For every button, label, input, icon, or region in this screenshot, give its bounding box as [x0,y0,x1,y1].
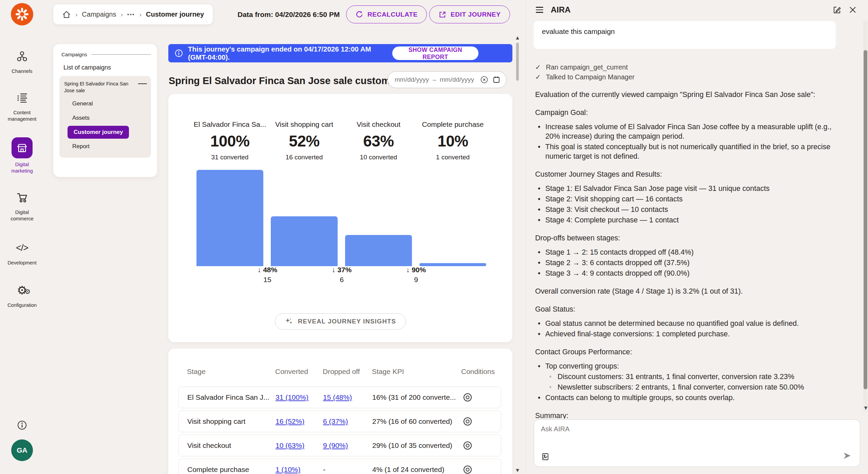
down-arrow-icon: ↓ [332,266,336,274]
eye-icon[interactable] [464,466,472,474]
bullet: Stage 2: Visit shopping cart — 16 contac… [535,194,841,204]
table-row[interactable]: El Salvador Finca San J... 31 (100%) 15 … [178,387,501,408]
kpi-cell: 4% (1 of 24 converted) [372,466,461,474]
image-attach-icon[interactable] [541,452,550,461]
step-row: ✓ Talked to Campaign Manager [535,72,635,82]
funnel-bar-stage-3[interactable] [345,235,412,266]
dropoff-label-1: ↓ 48% 15 [237,266,298,284]
close-icon[interactable] [848,5,857,14]
scroll-down-icon[interactable]: ▼ [514,468,521,473]
sidebar-item-digital-marketing[interactable]: Digital marketing [0,137,44,174]
kpi-cell: 29% (10 of 35 converted) [372,441,461,450]
campaign-dash-icon [138,83,147,84]
table-row[interactable]: Complete purchase 1 (10%) - 4% (1 of 24 … [178,459,501,474]
stages-heading: Customer Journey Stages and Results: [535,170,841,179]
chevron-right-icon: › [75,11,77,18]
bullet: Stage 2 → 3: 6 contacts dropped off (37.… [535,258,841,268]
scrollbar-thumb[interactable] [516,43,519,81]
campaigns-panel: Campaigns List of campaigns Spring El Sa… [53,44,157,177]
ask-aira-input[interactable] [541,425,853,433]
aira-scrollbar-thumb[interactable] [864,50,867,389]
funnel-bar-stage-2[interactable] [271,216,338,266]
compose-icon[interactable] [832,5,842,15]
main-scrollbar[interactable]: ▲ ▼ [514,35,521,473]
evaluation-intro: Evaluation of the currently viewed campa… [535,90,841,99]
list-of-campaigns-label[interactable]: List of campaigns [63,64,151,71]
stage-cell: Visit checkout [187,441,276,450]
breadcrumb-ellipsis[interactable]: ••• [127,12,135,18]
campaign-card: Spring El Salvador Finca San Jose sale G… [59,76,151,158]
funnel-bar-stage-1[interactable] [196,170,263,266]
bullet: Stage 3: Visit checkout — 10 contacts [535,205,841,214]
campaign-name-row[interactable]: Spring El Salvador Finca San Jose sale [64,81,147,94]
table-row[interactable]: Visit checkout 10 (63%) 9 (90%) 29% (10 … [178,435,501,456]
aira-response: Evaluation of the currently viewed campa… [535,81,841,419]
home-icon[interactable] [62,10,71,19]
down-arrow-icon: ↓ [406,266,410,274]
stage-cell: El Salvador Finca San J... [187,393,276,401]
sparkles-icon [285,317,294,326]
kpi-cell: 16% (31 of 200 converte... [372,393,461,401]
recalculate-button[interactable]: RECALCULATE [346,5,427,23]
funnel-chart-card: El Salvador Finca Sa... 100% 31 converte… [168,94,512,342]
funnel-stats-row: El Salvador Finca Sa... 100% 31 converte… [193,120,490,161]
eye-icon[interactable] [464,417,472,426]
dropped-link[interactable]: 15 (48%) [323,393,352,401]
table-row[interactable]: Visit shopping cart 16 (52%) 6 (37%) 27%… [178,411,501,432]
date-range-input[interactable] [395,76,476,83]
app-logo[interactable] [11,3,33,25]
sidebar-item-digital-commerce[interactable]: Digital commerce [0,189,44,222]
breadcrumb-campaigns[interactable]: Campaigns [82,11,116,18]
col-converted: Converted [275,368,323,376]
code-icon: </> [13,239,31,257]
edit-journey-button[interactable]: EDIT JOURNEY [429,5,510,23]
reveal-journey-insights-button[interactable]: REVEAL JOURNEY INSIGHTS [275,313,406,330]
dropped-link[interactable]: 9 (90%) [323,441,348,450]
bullet: Goal status cannot be determined because… [535,319,841,328]
dropped-link[interactable]: 6 (37%) [323,417,348,426]
converted-link[interactable]: 1 (10%) [276,466,301,474]
info-icon[interactable] [17,420,27,431]
campaign-tab-report[interactable]: Report [68,140,94,153]
converted-link[interactable]: 16 (52%) [276,417,304,426]
sub-bullet: Newsletter subscribers: 2 entrants, 1 fi… [535,382,841,392]
eye-icon[interactable] [464,441,472,450]
eye-icon[interactable] [464,393,472,401]
sidebar-item-configuration[interactable]: ⚙⚙ Configuration [0,281,44,309]
col-conditions: Conditions [461,368,512,376]
campaign-tab-assets[interactable]: Assets [68,112,94,124]
aira-input-box[interactable] [534,419,860,467]
campaign-tab-general[interactable]: General [68,97,97,110]
sidebar-item-development[interactable]: </> Development [0,239,44,266]
table-header-row: Stage Converted Dropped off Stage KPI Co… [168,368,512,376]
sidebar-item-label: Digital marketing [4,161,40,174]
chevron-right-icon: › [139,11,141,18]
hamburger-icon[interactable] [536,7,543,13]
user-avatar[interactable]: GA [11,439,33,461]
bullet: This goal is stated conceptually but is … [535,142,841,161]
clear-circle-icon[interactable] [480,75,489,84]
bullet: Stage 3 → 4: 9 contacts dropped off (90.… [535,269,841,278]
funnel-stat: Complete purchase 10% 1 converted [416,120,490,161]
send-icon[interactable] [842,451,852,460]
col-dropped-off: Dropped off [323,368,372,376]
sidebar-item-channels[interactable]: Channels [0,47,44,75]
campaign-ended-banner: This journey's campaign ended on 04/17/2… [168,44,512,62]
converted-link[interactable]: 31 (100%) [276,393,308,401]
date-range-picker[interactable] [388,71,507,88]
show-campaign-report-button[interactable]: SHOW CAMPAIGN REPORT [392,46,478,60]
sidebar-item-content-management[interactable]: Content management [0,89,44,122]
cart-icon [13,189,31,206]
converted-link[interactable]: 10 (63%) [276,441,304,450]
info-icon [174,49,183,58]
calendar-icon[interactable] [492,75,501,84]
scroll-up-icon[interactable]: ▲ [514,35,521,40]
storefront-icon [12,137,33,158]
scroll-down-icon[interactable]: ▼ [864,406,867,410]
sub-bullet: Discount customers: 31 entrants, 1 final… [535,372,841,381]
logo-starburst-icon [15,7,29,21]
dropoff-label-3: ↓ 90% 9 [385,266,447,284]
gear-icon: ⚙⚙ [13,281,31,299]
campaign-tab-customer-journey[interactable]: Customer journey [68,126,129,139]
refresh-icon [355,11,363,19]
